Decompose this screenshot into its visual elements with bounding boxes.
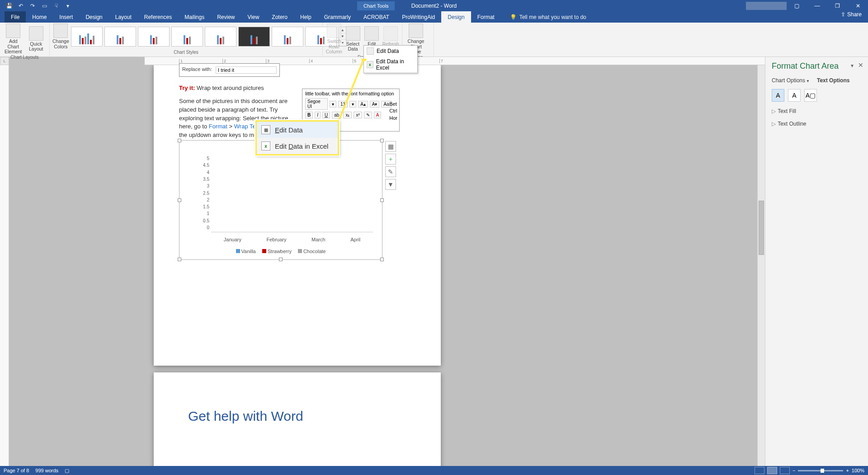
superscript-icon[interactable]: x² xyxy=(354,112,362,118)
italic-icon[interactable]: I xyxy=(315,112,321,118)
chart-object[interactable]: 00.511.522.533.544.55 JanuaryFebruaryMar… xyxy=(179,140,382,260)
tab-acrobat[interactable]: ACROBAT xyxy=(357,11,396,23)
menu-edit-data-excel[interactable]: Edit Data in Excel xyxy=(364,56,417,73)
tab-help[interactable]: Help xyxy=(294,11,318,23)
format-tab-text-options[interactable]: Text Options xyxy=(817,77,849,85)
tab-review[interactable]: Review xyxy=(211,11,241,23)
spell-check-icon[interactable]: ▢ xyxy=(65,468,69,474)
handle-bot-right[interactable] xyxy=(380,258,384,261)
change-colors-button[interactable]: Change Colors xyxy=(52,24,69,49)
tab-view[interactable]: View xyxy=(241,11,266,23)
save-icon[interactable]: 💾 xyxy=(5,2,13,9)
strike-icon[interactable]: ab xyxy=(332,112,341,118)
font-size-combo[interactable]: 11 xyxy=(338,101,348,108)
chart-style-4[interactable] xyxy=(171,27,203,47)
shrink-font-icon[interactable]: A▾ xyxy=(370,101,380,108)
select-data-button[interactable]: Select Data xyxy=(344,26,362,52)
subscript-icon[interactable]: x₂ xyxy=(343,112,352,118)
font-color-icon[interactable]: A xyxy=(374,112,382,118)
view-print-layout-icon[interactable] xyxy=(767,467,777,474)
chart-style-2[interactable] xyxy=(104,27,136,47)
handle-bot-mid[interactable] xyxy=(279,258,283,261)
scrollbar-thumb[interactable] xyxy=(759,201,764,255)
textbox-icon[interactable]: A▢ xyxy=(804,89,817,102)
tab-grammarly[interactable]: Grammarly xyxy=(318,11,357,23)
font-dropdown-icon[interactable]: ▾ xyxy=(330,101,336,108)
new-doc-icon[interactable]: ▭ xyxy=(41,2,48,9)
quick-layout-button[interactable]: Quick Layout xyxy=(26,26,47,52)
size-dropdown-icon[interactable]: ▾ xyxy=(349,101,356,108)
chart-style-7[interactable] xyxy=(272,27,303,47)
restore-icon[interactable]: ❐ xyxy=(827,0,848,11)
chart-style-1[interactable] xyxy=(71,27,103,47)
add-chart-element-button[interactable]: Add Chart Element xyxy=(3,24,24,55)
chart-style-6[interactable] xyxy=(238,27,270,47)
text-effects-icon[interactable]: A xyxy=(788,89,801,102)
zoom-in-icon[interactable]: + xyxy=(846,468,849,473)
chart-plot-area[interactable]: 00.511.522.533.544.55 xyxy=(198,163,373,232)
tab-mailings[interactable]: Mailings xyxy=(178,11,211,23)
chart-style-5[interactable] xyxy=(205,27,236,47)
vertical-ruler[interactable] xyxy=(0,65,9,466)
legend-item[interactable]: Strawberry xyxy=(262,249,292,254)
callout-edit-data[interactable]: ▦Edit Data xyxy=(257,122,338,138)
tab-home[interactable]: Home xyxy=(26,11,53,23)
tab-prowritingaid[interactable]: ProWritingAid xyxy=(396,11,441,23)
tab-zotero[interactable]: Zotero xyxy=(265,11,294,23)
share-button[interactable]: ⇪ Share xyxy=(841,11,862,18)
minimize-icon[interactable]: — xyxy=(807,0,827,11)
text-fill-outline-icon[interactable]: A xyxy=(772,89,784,102)
tab-file[interactable]: File xyxy=(5,11,26,23)
replace-with-value[interactable]: I tried it xyxy=(216,66,277,74)
close-icon[interactable]: ✕ xyxy=(848,0,868,11)
chart-legend[interactable]: VanillaStrawberryChocolate xyxy=(179,249,382,254)
status-words[interactable]: 999 words xyxy=(35,468,58,473)
section-text-outline[interactable]: ▷ Text Outline xyxy=(772,121,862,127)
touch-mode-icon[interactable]: ☟ xyxy=(52,2,60,9)
handle-mid-right[interactable] xyxy=(380,198,384,202)
format-pane-options-icon[interactable]: ▼ xyxy=(850,63,854,68)
highlight-icon[interactable]: ✎ xyxy=(364,112,372,118)
redo-icon[interactable]: ↷ xyxy=(29,2,36,9)
tell-me-search[interactable]: 💡 Tell me what you want to do xyxy=(510,11,586,23)
underline-icon[interactable]: U xyxy=(322,112,330,118)
view-web-layout-icon[interactable] xyxy=(780,467,790,474)
vertical-scrollbar[interactable] xyxy=(757,65,765,466)
undo-icon[interactable]: ↶ xyxy=(17,2,24,9)
legend-item[interactable]: Chocolate xyxy=(298,249,326,254)
ribbon-display-options-icon[interactable]: ▢ xyxy=(787,0,807,11)
menu-edit-data[interactable]: Edit Data xyxy=(364,46,417,56)
layout-options-icon[interactable]: ▦ xyxy=(385,141,396,152)
tab-chart-design[interactable]: Design xyxy=(441,11,471,23)
tab-design[interactable]: Design xyxy=(79,11,108,23)
zoom-level[interactable]: 100% xyxy=(852,468,864,473)
tab-layout[interactable]: Layout xyxy=(109,11,138,23)
chart-elements-icon[interactable]: + xyxy=(385,154,396,165)
status-page[interactable]: Page 7 of 8 xyxy=(4,468,29,473)
callout-edit-data-excel[interactable]: xEdit Data in Excel xyxy=(257,138,338,154)
handle-bot-left[interactable] xyxy=(178,258,181,261)
account-box[interactable] xyxy=(746,2,787,10)
tab-chart-format[interactable]: Format xyxy=(471,11,501,23)
grow-font-icon[interactable]: A▴ xyxy=(358,101,368,108)
zoom-slider[interactable] xyxy=(798,470,843,471)
chart-filters-icon[interactable]: ▼ xyxy=(385,179,396,190)
handle-top-left[interactable] xyxy=(178,139,181,142)
qat-customize-icon[interactable]: ▾ xyxy=(64,2,71,9)
chart-styles-icon[interactable]: ✎ xyxy=(385,166,396,177)
font-name-combo[interactable]: Segoe UI xyxy=(305,98,328,110)
handle-mid-left[interactable] xyxy=(178,198,181,202)
zoom-out-icon[interactable]: − xyxy=(793,468,795,473)
chart-style-3[interactable] xyxy=(138,27,170,47)
format-tab-chart-options[interactable]: Chart Options▼ xyxy=(772,77,810,85)
bold-icon[interactable]: B xyxy=(305,112,313,118)
section-text-outline-label: Text Outline xyxy=(778,121,806,127)
tab-insert[interactable]: Insert xyxy=(53,11,79,23)
handle-top-right[interactable] xyxy=(380,139,384,142)
format-pane-close-icon[interactable]: ✕ xyxy=(858,61,863,69)
zoom-slider-knob[interactable] xyxy=(821,469,824,473)
section-text-fill[interactable]: ▷ Text Fill xyxy=(772,108,862,114)
view-read-mode-icon[interactable] xyxy=(755,467,764,474)
tab-references[interactable]: References xyxy=(138,11,178,23)
legend-item[interactable]: Vanilla xyxy=(236,249,256,254)
